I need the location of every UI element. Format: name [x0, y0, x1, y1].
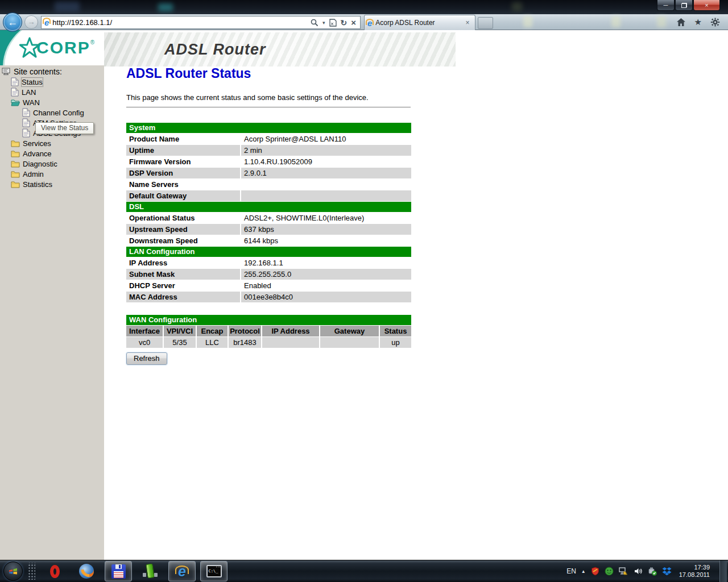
banner-title: ADSL Router: [104, 32, 456, 66]
logo-registered-mark: ®: [90, 39, 94, 45]
sidebar-item-diagnostic[interactable]: Diagnostic: [0, 159, 104, 169]
table-row: Downstream Speed 6144 kbps: [126, 235, 411, 246]
clock-time: 17:39: [679, 564, 710, 571]
sidebar-item-status[interactable]: Status: [0, 77, 104, 87]
page-icon: [11, 77, 19, 86]
start-button[interactable]: [3, 562, 23, 581]
status-table: System Product Name Acorp Sprinter@ADSL …: [126, 123, 411, 302]
minimize-icon: ─: [664, 1, 668, 10]
usb-device-icon[interactable]: [648, 567, 657, 576]
close-button[interactable]: ×: [693, 0, 720, 11]
sidebar-item-channel-config[interactable]: Channel Config: [0, 107, 104, 118]
sidebar-item-label[interactable]: Advance: [23, 149, 52, 158]
floppy-label: [114, 571, 123, 578]
sidebar-item-label[interactable]: Admin: [23, 170, 44, 178]
language-indicator[interactable]: EN: [566, 567, 576, 575]
opera-icon: [50, 565, 60, 578]
column-header: Gateway: [320, 326, 379, 336]
cell-encap: LLC: [197, 337, 228, 348]
desktop-blur-artifact: [158, 3, 173, 11]
sidebar-item-advance[interactable]: Advance: [0, 148, 104, 159]
row-label: Name Servers: [126, 179, 240, 190]
row-label: IP Address: [126, 257, 240, 268]
sidebar-item-label[interactable]: Statistics: [23, 180, 52, 189]
section-header-dsl: DSL: [126, 202, 411, 212]
taskbar-firefox-button[interactable]: [73, 561, 100, 581]
row-label: DHCP Server: [126, 280, 240, 291]
home-icon[interactable]: [676, 18, 686, 27]
floppy-disk-icon: [111, 564, 126, 579]
minimize-button[interactable]: ─: [657, 0, 675, 11]
security-shield-icon[interactable]: [591, 567, 599, 576]
tab-close-icon[interactable]: ×: [463, 19, 472, 27]
url-text[interactable]: http://192.168.1.1/: [52, 18, 307, 27]
sidebar-item-label[interactable]: LAN: [22, 88, 36, 97]
acorp-logo: CORP ®: [19, 37, 94, 59]
sidebar-item-statistics[interactable]: Statistics: [0, 179, 104, 189]
tree-root-label: Site contents:: [14, 67, 62, 76]
sidebar-item-label[interactable]: Status: [22, 78, 43, 86]
column-header: Encap: [197, 326, 228, 336]
sidebar-item-label[interactable]: Channel Config: [33, 109, 84, 117]
compatibility-view-icon[interactable]: [329, 19, 337, 27]
table-row: IP Address 192.168.1.1: [126, 257, 411, 268]
forward-button[interactable]: →: [24, 15, 38, 29]
taskbar-command-prompt-button[interactable]: C:\_: [200, 561, 228, 581]
folder-icon: [11, 170, 20, 178]
sidebar-item-wan[interactable]: WAN: [0, 97, 104, 107]
sidebar-item-lan[interactable]: LAN: [0, 87, 104, 97]
row-value: ADSL2+, SHOWTIME.L0(Interleave): [241, 213, 411, 223]
green-device-body: [146, 563, 154, 578]
sidebar-item-admin[interactable]: Admin: [0, 169, 104, 179]
divider: [126, 107, 411, 107]
svg-text:!: !: [625, 571, 626, 575]
taskbar-device-button[interactable]: [136, 561, 164, 581]
main-content: ADSL Router Status This page shows the c…: [126, 66, 422, 365]
favorites-star-icon[interactable]: ★: [694, 18, 702, 27]
stop-icon[interactable]: ×: [351, 18, 356, 27]
tooltip: View the Status: [35, 122, 94, 134]
search-icon[interactable]: [311, 19, 318, 27]
system-tray: EN ▲ !: [566, 560, 728, 582]
clock[interactable]: 17:39 17.08.2011: [679, 564, 710, 579]
antivirus-icon[interactable]: [605, 567, 614, 576]
new-tab-button[interactable]: [478, 17, 493, 29]
row-value: 637 kbps: [241, 224, 411, 235]
folder-icon: [11, 160, 20, 168]
search-dropdown-caret[interactable]: ▾: [322, 20, 325, 26]
sidebar-item-services[interactable]: Services: [0, 138, 104, 148]
tray-expand-icon[interactable]: ▲: [581, 569, 586, 574]
taskbar-opera-button[interactable]: [41, 561, 68, 581]
restore-button[interactable]: [675, 0, 693, 11]
refresh-button[interactable]: Refresh: [126, 352, 167, 365]
folder-icon: [11, 149, 20, 157]
row-value: 2.9.0.1: [241, 168, 411, 178]
tab-favicon: e: [367, 19, 372, 27]
logo-text: CORP: [36, 39, 90, 56]
tools-gear-icon[interactable]: [710, 18, 720, 27]
wan-table: WAN Configuration Interface VPI/VCI Enca…: [126, 315, 411, 348]
sidebar-item-label[interactable]: Diagnostic: [23, 160, 57, 168]
cell-vpi-vci: 5/35: [164, 337, 196, 348]
back-button[interactable]: ←: [3, 13, 22, 32]
dropbox-icon[interactable]: [662, 567, 672, 576]
sidebar-item-label[interactable]: Services: [23, 139, 51, 148]
page-description: This page shows the current status and s…: [126, 93, 422, 102]
taskbar-save-app-button[interactable]: [105, 561, 132, 581]
row-label: Firmware Version: [126, 156, 240, 167]
browser-tab[interactable]: e Acorp ADSL Router ×: [364, 15, 475, 30]
show-desktop-button[interactable]: [719, 560, 727, 582]
desktop-blur-artifact: [523, 16, 532, 27]
table-row: Operational Status ADSL2+, SHOWTIME.L0(I…: [126, 213, 411, 223]
network-status-icon[interactable]: !: [619, 567, 628, 576]
taskbar-internet-explorer-button[interactable]: e: [168, 561, 196, 581]
command-prompt-titlebar: [216, 566, 220, 568]
volume-icon[interactable]: [634, 567, 643, 576]
refresh-icon[interactable]: ↻: [341, 18, 348, 27]
sidebar-item-label[interactable]: WAN: [23, 98, 40, 107]
address-bar[interactable]: e http://192.168.1.1/ ▾ ↻ ×: [41, 16, 361, 29]
column-header: Status: [380, 326, 411, 336]
window-controls: ─ ×: [656, 0, 720, 11]
section-header-wan: WAN Configuration: [126, 315, 411, 325]
restore-icon: [681, 3, 687, 8]
